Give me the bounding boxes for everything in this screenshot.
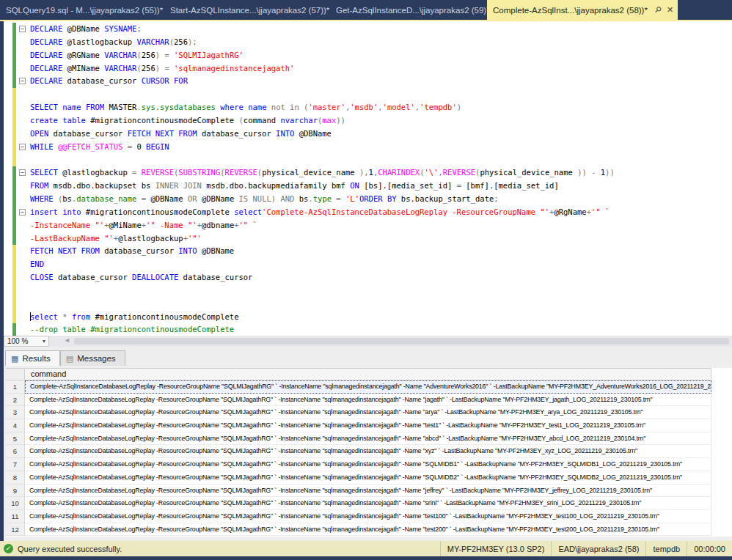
tab-start-azsqlinstance[interactable]: Start-AzSQLInstance...\jjayaprakas2 (57)… (164, 0, 335, 20)
server-name: MY-PF2HM3EY (13.0 SP2) (440, 541, 552, 556)
code-line: -LastBackupName "'+@lastlogbackup+'"' (4, 232, 732, 246)
table-row[interactable]: 10Complete-AzSqlInstanceDatabaseLogRepla… (6, 497, 732, 510)
command-cell[interactable]: Complete-AzSqlInstanceDatabaseLogReplay … (25, 394, 711, 407)
results-grid[interactable]: command 1Complete-AzSqlInstanceDatabaseL… (6, 368, 732, 537)
code-line: OPEN database_cursor FETCH NEXT FROM dat… (4, 128, 732, 141)
code-line: −DECLARE @DBName SYSNAME; (4, 23, 732, 36)
row-number[interactable]: 7 (6, 458, 25, 471)
code-line (4, 298, 732, 311)
code-line: FROM msdb.dbo.backupset bs INNER JOIN ms… (4, 180, 732, 193)
tab-messages-label: Messages (77, 354, 115, 363)
change-tracking-bar (12, 23, 16, 36)
row-number[interactable]: 8 (6, 471, 25, 485)
change-tracking-bar (12, 36, 16, 49)
tab-results[interactable]: ▦ Results (5, 350, 60, 366)
zoom-level-value: 100 % (7, 337, 28, 345)
command-cell[interactable]: Complete-AzSqlInstanceDatabaseLogReplay … (25, 380, 711, 394)
collapse-region-icon[interactable]: − (19, 78, 26, 84)
table-row[interactable]: 8Complete-AzSqlInstanceDatabaseLogReplay… (6, 471, 732, 485)
change-tracking-bar (12, 166, 16, 180)
row-number[interactable]: 1 (6, 380, 25, 394)
table-row[interactable]: 9Complete-AzSqlInstanceDatabaseLogReplay… (6, 485, 732, 498)
row-number[interactable]: 3 (6, 406, 25, 419)
row-number[interactable]: 2 (6, 394, 25, 407)
code-line (4, 153, 732, 166)
zoom-level-dropdown[interactable]: 100 % ▾ (4, 336, 49, 347)
change-tracking-bar (12, 49, 16, 62)
ssms-window: SQLQuery19.sql - M...\jjayaprakas2 (55))… (0, 0, 732, 560)
tab-messages[interactable]: ▤ Messages (60, 350, 125, 366)
code-editor[interactable]: −DECLARE @DBName SYSNAME;DECLARE @lastlo… (4, 21, 732, 336)
row-number[interactable]: 6 (6, 445, 25, 458)
command-cell[interactable]: Complete-AzSqlInstanceDatabaseLogReplay … (25, 432, 711, 446)
table-row[interactable]: 6Complete-AzSqlInstanceDatabaseLogReplay… (6, 445, 732, 458)
command-cell[interactable]: Complete-AzSqlInstanceDatabaseLogReplay … (25, 419, 711, 432)
table-row[interactable]: 11Complete-AzSqlInstanceDatabaseLogRepla… (6, 510, 732, 523)
command-cell[interactable]: Complete-AzSqlInstanceDatabaseLogReplay … (25, 445, 711, 458)
command-cell[interactable]: Complete-AzSqlInstanceDatabaseLogReplay … (25, 497, 711, 510)
code-line: --drop table #migrationcontinousmodeComp… (4, 323, 732, 336)
chevron-down-icon: ▾ (43, 338, 45, 345)
success-check-icon: ✓ (4, 544, 13, 553)
code-line: −insert into #migrationcontinousmodeComp… (4, 206, 732, 219)
change-tracking-bar (12, 153, 16, 166)
code-line (4, 88, 732, 101)
collapse-region-icon[interactable]: − (19, 144, 26, 150)
code-line: −DECLARE database_cursor CURSOR FOR (4, 75, 732, 88)
tab-results-label: Results (22, 354, 50, 363)
collapse-region-icon[interactable]: − (19, 26, 26, 32)
tab-complete-azsqlinstance[interactable]: Complete-AzSqlInst...\jjayaprakas2 (58))… (487, 0, 678, 20)
command-cell[interactable]: Complete-AzSqlInstanceDatabaseLogReplay … (25, 485, 711, 498)
command-cell[interactable]: Complete-AzSqlInstanceDatabaseLogReplay … (25, 406, 711, 419)
table-row[interactable]: 12Complete-AzSqlInstanceDatabaseLogRepla… (6, 523, 732, 537)
change-tracking-bar (12, 62, 16, 75)
change-tracking-bar (12, 311, 16, 324)
column-header-command[interactable]: command (25, 368, 711, 380)
command-cell[interactable]: Complete-AzSqlInstanceDatabaseLogReplay … (25, 458, 711, 471)
change-tracking-bar (12, 232, 16, 246)
change-tracking-bar (12, 114, 16, 128)
collapse-region-icon[interactable]: − (19, 169, 26, 176)
row-number[interactable]: 11 (6, 510, 25, 523)
status-segments: MY-PF2HM3EY (13.0 SP2) EAD\jjayaprakas2 … (440, 541, 732, 556)
change-tracking-bar (12, 271, 16, 284)
messages-icon: ▤ (66, 354, 73, 364)
code-line: SELECT name FROM MASTER.sys.sysdatabases… (4, 101, 732, 114)
table-row[interactable]: 5Complete-AzSqlInstanceDatabaseLogReplay… (6, 432, 732, 446)
status-message: Query executed successfully. (18, 545, 122, 553)
table-row[interactable]: 4Complete-AzSqlInstanceDatabaseLogReplay… (6, 419, 732, 432)
tab-sqlquery19[interactable]: SQLQuery19.sql - M...\jjayaprakas2 (55))… (0, 0, 169, 20)
table-row[interactable]: 1Complete-AzSqlInstanceDatabaseLogReplay… (6, 380, 732, 394)
pin-icon[interactable]: ⚲ (653, 4, 664, 15)
change-tracking-bar (12, 206, 16, 219)
table-row[interactable]: 7Complete-AzSqlInstanceDatabaseLogReplay… (6, 458, 732, 471)
row-number[interactable]: 4 (6, 419, 25, 432)
change-tracking-bar (12, 101, 16, 114)
row-number[interactable]: 12 (6, 523, 25, 537)
row-number[interactable]: 10 (6, 497, 25, 510)
row-number[interactable]: 5 (6, 432, 25, 446)
command-cell[interactable]: Complete-AzSqlInstanceDatabaseLogReplay … (25, 523, 711, 537)
table-row[interactable]: 3Complete-AzSqlInstanceDatabaseLogReplay… (6, 406, 732, 419)
change-tracking-bar (12, 298, 16, 311)
code-line: −WHILE @@FETCH_STATUS = 0 BEGIN (4, 141, 732, 154)
command-cell[interactable]: Complete-AzSqlInstanceDatabaseLogReplay … (25, 510, 711, 523)
horizontal-scrollbar[interactable]: ◄ (62, 336, 732, 347)
command-cell[interactable]: Complete-AzSqlInstanceDatabaseLogReplay … (25, 471, 711, 485)
code-line: DECLARE @lastlogbackup VARCHAR(256); (4, 36, 732, 49)
scrollbar-thumb[interactable] (74, 338, 729, 345)
scroll-left-icon[interactable]: ◄ (64, 336, 70, 344)
change-tracking-bar (12, 193, 16, 206)
change-tracking-bar (12, 88, 16, 101)
code-line (4, 284, 732, 298)
code-line: -InstanceName "'+@MiName+'" -Name "'+@db… (4, 219, 732, 232)
collapse-region-icon[interactable]: − (19, 209, 26, 215)
results-pane: ▦ Results ▤ Messages command 1Complete-A… (4, 347, 732, 541)
table-row[interactable]: 2Complete-AzSqlInstanceDatabaseLogReplay… (6, 394, 732, 407)
status-bar: ✓ Query executed successfully. MY-PF2HM3… (0, 541, 732, 556)
grid-corner-cell[interactable] (6, 368, 25, 380)
code-line: DECLARE @RGName VARCHAR(256) = 'SQLMIJag… (4, 49, 732, 62)
row-number[interactable]: 9 (6, 485, 25, 498)
tab-get-azsqlinstance[interactable]: Get-AzSqlInstanceD...\jjayaprakas2 (59)) (330, 0, 495, 20)
close-icon[interactable]: ✕ (667, 5, 673, 15)
